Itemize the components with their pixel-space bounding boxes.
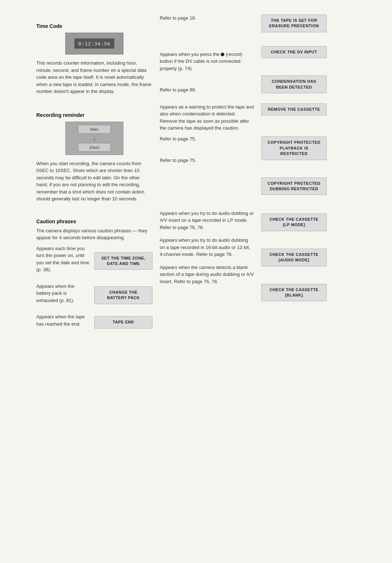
time-code-description: This records counter information, includ… xyxy=(36,60,152,95)
rec-box-top: 0sec xyxy=(78,125,111,134)
refer-75b: Refer to page 75. xyxy=(160,157,254,164)
refer-89: Refer to page 89. xyxy=(160,86,254,94)
timecode-display: 0:12:34:56 xyxy=(65,33,123,54)
check-dv-input-box: CHECK THE DV INPUT xyxy=(261,46,327,58)
remove-cassette-box: REMOVE THE CASSETTE xyxy=(261,103,327,115)
check-cassette-lp-box: CHECK THE CASSETTE [LP MODE] xyxy=(261,213,327,231)
caution-item-3: Appears when the tape has reached the en… xyxy=(36,313,152,331)
rec-arrow: ↓ xyxy=(93,135,96,142)
mid-item-1-text: Appears when you try to do audio dubbing… xyxy=(160,210,254,231)
check-cassette-blank-box: CHECK THE CASSETTE [BLANK] xyxy=(261,284,327,302)
caution-phrases-heading: Caution phrases xyxy=(36,219,152,224)
caution-phrases-description: The camera displays various caution phra… xyxy=(36,227,152,241)
refer-page-18: Refer to page 18. xyxy=(160,15,254,22)
caution-item-2-text: Appears when the battery pack is exhaust… xyxy=(36,283,89,304)
recording-reminder-heading: Recording reminder xyxy=(36,112,152,118)
set-timezone-box: SET THE TIME ZONE, DATE AND TIME xyxy=(94,252,152,270)
mid-item-1: Appears when you try to do audio dubbing… xyxy=(160,210,254,231)
copyright-playback-box: COPYRIGHT PROTECTED PLAYBACK IS RESTRICT… xyxy=(261,136,327,160)
recording-reminder-description: When you start recording, the camera cou… xyxy=(36,160,152,203)
timecode-value: 0:12:34:56 xyxy=(78,41,110,46)
caution-item-2: Appears when the battery pack is exhaust… xyxy=(36,283,152,308)
refer-75a: Refer to page 75. xyxy=(160,135,254,143)
appears-condensation: Appears as a warning to protect the tape… xyxy=(160,103,254,132)
mid-item-3: Appears when the camera detects a blank … xyxy=(160,264,254,285)
tape-erasure-box: THE TAPE IS SET FOR ERASURE PREVENTION xyxy=(261,15,327,32)
change-battery-box: CHANGE THE BATTERY PACK xyxy=(94,286,152,304)
caution-item-1: Appears each time you turn the power on,… xyxy=(36,245,152,277)
copyright-dubbing-box: COPYRIGHT PROTECTED DUBBING RESTRICTED xyxy=(261,178,327,195)
caution-item-1-text: Appears each time you turn the power on,… xyxy=(36,245,89,273)
condensation-box: CONDENSATION HAS BEEN DETECTED xyxy=(261,76,327,93)
check-cassette-audio-box: CHECK THE CASSETTE [AUDIO MODE] xyxy=(261,249,327,266)
tape-end-box: TAPE END xyxy=(94,316,152,328)
caution-item-3-text: Appears when the tape has reached the en… xyxy=(36,313,89,327)
recording-display: 0sec ↓ 10sec xyxy=(65,122,123,155)
mid-item-3-text: Appears when the camera detects a blank … xyxy=(160,264,254,285)
mid-item-2: Appears when you try to do audio dubbing… xyxy=(160,237,254,258)
rec-box-bottom: 10sec xyxy=(78,143,111,152)
time-code-heading: Time Code xyxy=(36,23,152,29)
appears-dv-text: Appears when you press the (record) butt… xyxy=(160,51,254,72)
record-icon xyxy=(221,53,224,56)
mid-item-2-text: Appears when you try to do audio dubbing… xyxy=(160,237,254,258)
